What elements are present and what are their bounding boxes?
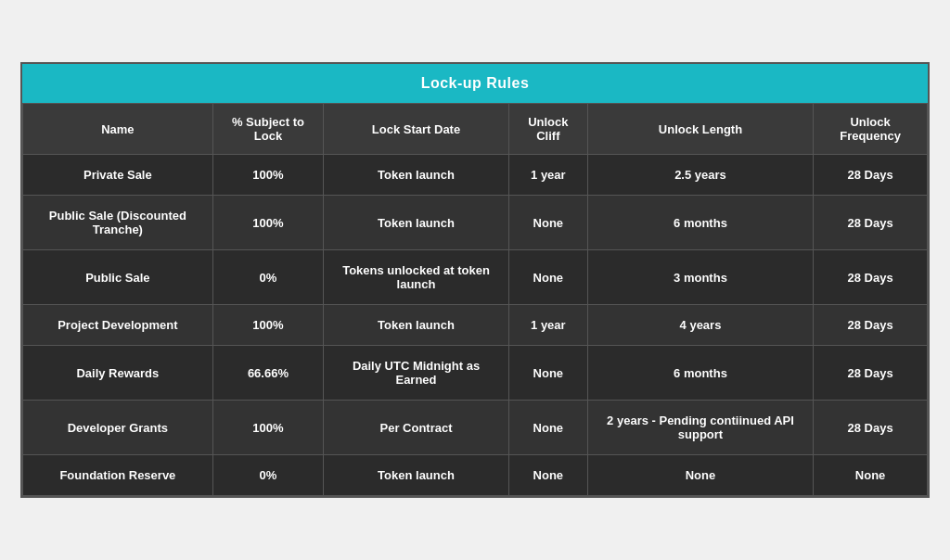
col-header-start-date: Lock Start Date bbox=[324, 104, 509, 155]
cell-name: Developer Grants bbox=[23, 401, 213, 455]
cell-unlock_frequency: 28 Days bbox=[814, 250, 928, 305]
cell-subject_to_lock: 100% bbox=[212, 401, 323, 455]
cell-name: Foundation Reserve bbox=[23, 455, 213, 496]
cell-lock_start_date: Daily UTC Midnight as Earned bbox=[324, 346, 509, 401]
table-row: Developer Grants100%Per ContractNone2 ye… bbox=[23, 401, 928, 455]
cell-unlock_cliff: None bbox=[508, 455, 587, 496]
cell-lock_start_date: Token launch bbox=[324, 455, 509, 496]
cell-unlock_length: None bbox=[587, 455, 813, 496]
col-header-unlock-cliff: Unlock Cliff bbox=[508, 104, 587, 155]
cell-subject_to_lock: 100% bbox=[212, 155, 323, 196]
cell-unlock_length: 2.5 years bbox=[587, 155, 813, 196]
cell-lock_start_date: Token launch bbox=[324, 196, 509, 250]
cell-subject_to_lock: 0% bbox=[212, 250, 323, 305]
cell-unlock_length: 2 years - Pending contiinued API support bbox=[587, 401, 813, 455]
cell-unlock_frequency: 28 Days bbox=[814, 305, 928, 346]
cell-unlock_frequency: 28 Days bbox=[814, 155, 928, 196]
cell-name: Daily Rewards bbox=[23, 346, 213, 401]
cell-lock_start_date: Per Contract bbox=[324, 401, 509, 455]
cell-unlock_cliff: None bbox=[508, 401, 587, 455]
cell-unlock_length: 3 months bbox=[587, 250, 813, 305]
cell-unlock_length: 4 years bbox=[587, 305, 813, 346]
col-header-unlock-freq: Unlock Frequency bbox=[814, 104, 928, 155]
table-row: Project Development100%Token launch1 yea… bbox=[23, 305, 928, 346]
table-row: Public Sale (Discounted Tranche)100%Toke… bbox=[23, 196, 928, 250]
col-header-name: Name bbox=[23, 104, 213, 155]
table-title: Lock-up Rules bbox=[22, 64, 928, 103]
cell-subject_to_lock: 100% bbox=[212, 196, 323, 250]
cell-unlock_frequency: 28 Days bbox=[814, 401, 928, 455]
cell-unlock_cliff: None bbox=[508, 196, 587, 250]
cell-lock_start_date: Token launch bbox=[324, 155, 509, 196]
cell-name: Private Sale bbox=[23, 155, 213, 196]
cell-unlock_length: 6 months bbox=[587, 196, 813, 250]
cell-subject_to_lock: 66.66% bbox=[212, 346, 323, 401]
cell-lock_start_date: Token launch bbox=[324, 305, 509, 346]
table-row: Daily Rewards66.66%Daily UTC Midnight as… bbox=[23, 346, 928, 401]
table-row: Private Sale100%Token launch1 year2.5 ye… bbox=[23, 155, 928, 196]
cell-unlock_cliff: 1 year bbox=[508, 155, 587, 196]
cell-unlock_frequency: 28 Days bbox=[814, 346, 928, 401]
cell-unlock_cliff: None bbox=[508, 346, 587, 401]
cell-unlock_length: 6 months bbox=[587, 346, 813, 401]
cell-unlock_cliff: None bbox=[508, 250, 587, 305]
column-headers: Name % Subject to Lock Lock Start Date U… bbox=[23, 104, 928, 155]
cell-name: Public Sale bbox=[23, 250, 213, 305]
col-header-unlock-length: Unlock Length bbox=[587, 104, 813, 155]
table-row: Public Sale0%Tokens unlocked at token la… bbox=[23, 250, 928, 305]
lockup-rules-table: Lock-up Rules Name % Subject to Lock Loc… bbox=[20, 62, 930, 498]
cell-lock_start_date: Tokens unlocked at token launch bbox=[324, 250, 509, 305]
cell-subject_to_lock: 0% bbox=[212, 455, 323, 496]
cell-unlock_frequency: None bbox=[814, 455, 928, 496]
cell-unlock_frequency: 28 Days bbox=[814, 196, 928, 250]
table-row: Foundation Reserve0%Token launchNoneNone… bbox=[23, 455, 928, 496]
cell-unlock_cliff: 1 year bbox=[508, 305, 587, 346]
cell-name: Project Development bbox=[23, 305, 213, 346]
col-header-subject: % Subject to Lock bbox=[212, 104, 323, 155]
cell-subject_to_lock: 100% bbox=[212, 305, 323, 346]
cell-name: Public Sale (Discounted Tranche) bbox=[23, 196, 213, 250]
